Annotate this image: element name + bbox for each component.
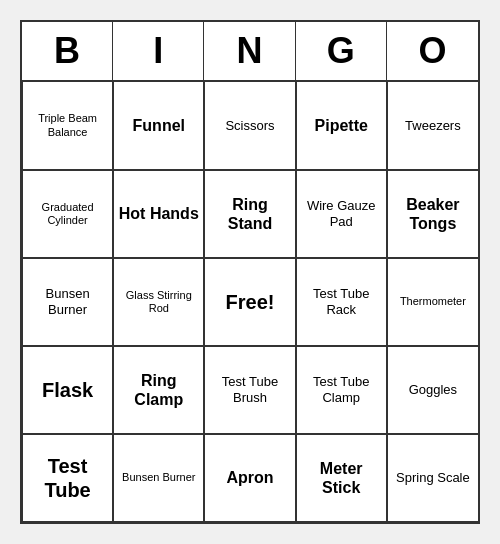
bingo-cell: Goggles xyxy=(387,346,478,434)
header-letter: I xyxy=(113,22,204,80)
bingo-cell: Bunsen Burner xyxy=(113,434,204,522)
bingo-cell: Spring Scale xyxy=(387,434,478,522)
bingo-cell: Thermometer xyxy=(387,258,478,346)
bingo-cell: Pipette xyxy=(296,82,387,170)
bingo-cell: Glass Stirring Rod xyxy=(113,258,204,346)
header-letter: N xyxy=(204,22,295,80)
bingo-cell: Graduated Cylinder xyxy=(22,170,113,258)
bingo-cell: Hot Hands xyxy=(113,170,204,258)
bingo-cell: Funnel xyxy=(113,82,204,170)
bingo-cell: Apron xyxy=(204,434,295,522)
bingo-header: BINGO xyxy=(22,22,478,82)
bingo-cell: Beaker Tongs xyxy=(387,170,478,258)
bingo-cell: Ring Clamp xyxy=(113,346,204,434)
bingo-cell: Bunsen Burner xyxy=(22,258,113,346)
header-letter: G xyxy=(296,22,387,80)
bingo-cell: Wire Gauze Pad xyxy=(296,170,387,258)
bingo-card: BINGO Triple Beam BalanceFunnelScissorsP… xyxy=(20,20,480,524)
bingo-cell: Triple Beam Balance xyxy=(22,82,113,170)
bingo-cell: Test Tube Clamp xyxy=(296,346,387,434)
bingo-grid: Triple Beam BalanceFunnelScissorsPipette… xyxy=(22,82,478,522)
bingo-cell: Test Tube Brush xyxy=(204,346,295,434)
bingo-cell: Tweezers xyxy=(387,82,478,170)
bingo-cell: Flask xyxy=(22,346,113,434)
header-letter: B xyxy=(22,22,113,80)
bingo-cell: Scissors xyxy=(204,82,295,170)
bingo-cell: Test Tube xyxy=(22,434,113,522)
bingo-cell: Test Tube Rack xyxy=(296,258,387,346)
bingo-cell: Ring Stand xyxy=(204,170,295,258)
bingo-cell: Free! xyxy=(204,258,295,346)
bingo-cell: Meter Stick xyxy=(296,434,387,522)
header-letter: O xyxy=(387,22,478,80)
